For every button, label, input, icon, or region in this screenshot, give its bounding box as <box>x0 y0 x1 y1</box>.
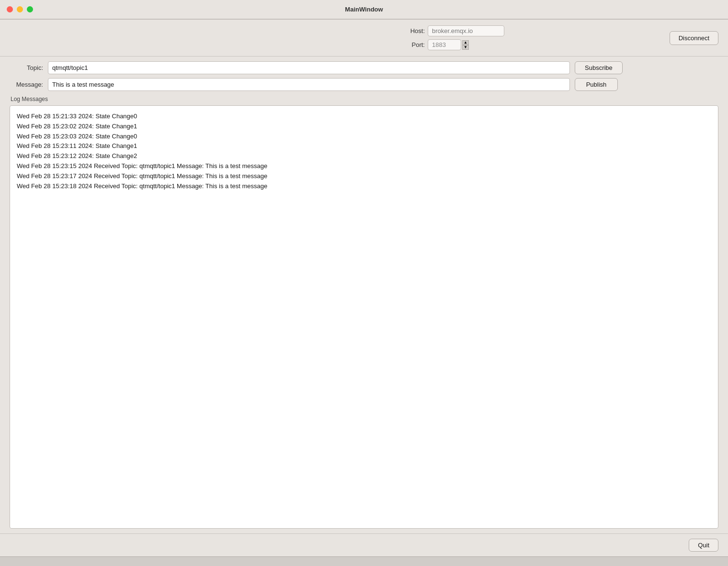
message-input[interactable]: This is a test message <box>48 78 570 91</box>
port-input[interactable]: 1883 <box>428 39 461 50</box>
form-section: Topic: qtmqtt/topic1 Subscribe Message: … <box>0 57 728 96</box>
spinner-buttons: ▲ ▼ <box>462 40 469 50</box>
port-row: Port: 1883 ▲ ▼ <box>406 39 504 50</box>
main-content: Topic: qtmqtt/topic1 Subscribe Message: … <box>0 57 728 533</box>
subscribe-button[interactable]: Subscribe <box>575 61 623 74</box>
log-box[interactable]: Wed Feb 28 15:21:33 2024: State Change0W… <box>10 105 718 529</box>
message-label: Message: <box>10 81 43 88</box>
port-spinner: 1883 ▲ ▼ <box>428 39 469 50</box>
window-controls <box>7 6 33 12</box>
footer: Quit <box>0 533 728 556</box>
log-entry: Wed Feb 28 15:23:18 2024 Received Topic:… <box>17 181 711 192</box>
topic-label: Topic: <box>10 64 43 71</box>
host-input[interactable] <box>428 25 504 36</box>
message-row: Message: This is a test message Publish <box>10 78 718 91</box>
quit-button[interactable]: Quit <box>689 539 718 552</box>
port-label: Port: <box>406 41 425 48</box>
log-entry: Wed Feb 28 15:23:11 2024: State Change1 <box>17 141 711 151</box>
system-bar <box>0 556 728 566</box>
publish-button[interactable]: Publish <box>575 78 618 91</box>
log-label: Log Messages <box>10 96 718 102</box>
host-label: Host: <box>406 27 425 34</box>
close-button[interactable] <box>7 6 13 12</box>
topic-input[interactable]: qtmqtt/topic1 <box>48 61 570 74</box>
host-row: Host: <box>406 25 504 36</box>
log-entry: Wed Feb 28 15:23:17 2024 Received Topic:… <box>17 171 711 181</box>
toolbar: Host: Port: 1883 ▲ ▼ Disconnect <box>0 20 728 57</box>
log-section: Log Messages Wed Feb 28 15:21:33 2024: S… <box>0 96 728 533</box>
connection-fields: Host: Port: 1883 ▲ ▼ <box>406 25 504 50</box>
port-decrement[interactable]: ▼ <box>462 45 469 50</box>
log-entry: Wed Feb 28 15:23:02 2024: State Change1 <box>17 122 711 132</box>
topic-row: Topic: qtmqtt/topic1 Subscribe <box>10 61 718 74</box>
minimize-button[interactable] <box>17 6 23 12</box>
port-increment[interactable]: ▲ <box>462 40 469 45</box>
title-bar: MainWindow <box>0 0 728 19</box>
log-entry: Wed Feb 28 15:23:15 2024 Received Topic:… <box>17 161 711 171</box>
window-title: MainWindow <box>345 6 383 13</box>
disconnect-button[interactable]: Disconnect <box>670 31 718 45</box>
log-entry: Wed Feb 28 15:23:12 2024: State Change2 <box>17 151 711 161</box>
log-entry: Wed Feb 28 15:23:03 2024: State Change0 <box>17 132 711 142</box>
maximize-button[interactable] <box>27 6 33 12</box>
log-entry: Wed Feb 28 15:21:33 2024: State Change0 <box>17 112 711 122</box>
